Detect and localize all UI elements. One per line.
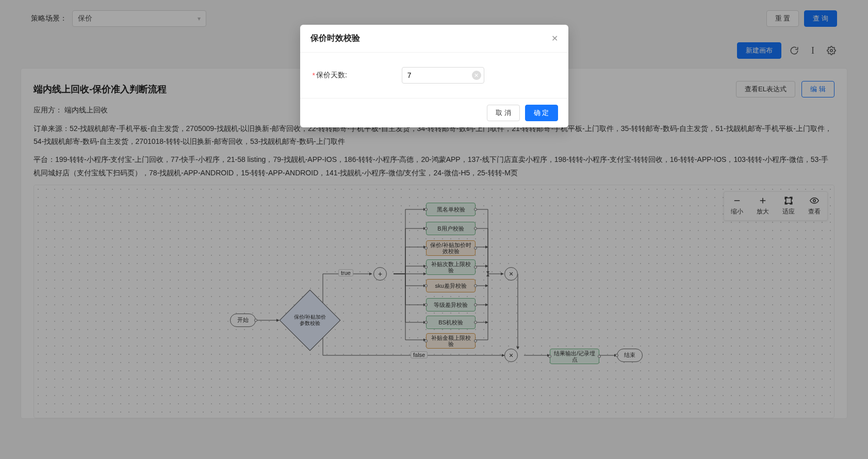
close-icon[interactable]: ✕ <box>551 34 558 43</box>
modal-title: 保价时效校验 <box>310 33 360 44</box>
modal: 保价时效校验 ✕ * 保价天数: ✕ 取 消 确 定 <box>300 25 568 127</box>
cancel-button[interactable]: 取 消 <box>487 105 520 121</box>
ok-button[interactable]: 确 定 <box>525 105 558 121</box>
required-marker: * <box>313 71 315 79</box>
clear-icon[interactable]: ✕ <box>472 71 481 80</box>
field-label: 保价天数: <box>316 71 347 80</box>
